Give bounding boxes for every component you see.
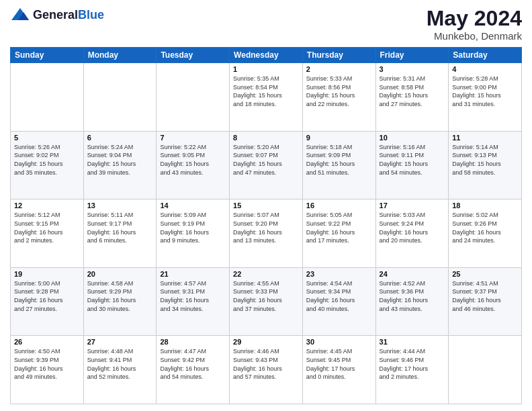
logo-text: GeneralBlue (33, 8, 104, 22)
calendar-cell (157, 63, 230, 132)
calendar-cell: 19Sunrise: 5:00 AM Sunset: 9:28 PM Dayli… (11, 267, 84, 336)
day-info: Sunrise: 5:33 AM Sunset: 8:56 PM Dayligh… (306, 75, 372, 108)
day-info: Sunrise: 4:54 AM Sunset: 9:34 PM Dayligh… (306, 279, 372, 313)
calendar-cell: 28Sunrise: 4:47 AM Sunset: 9:42 PM Dayli… (157, 336, 230, 404)
weekday-header-thursday: Thursday (302, 48, 375, 63)
calendar-cell: 29Sunrise: 4:46 AM Sunset: 9:43 PM Dayli… (230, 336, 303, 404)
calendar-cell: 14Sunrise: 5:09 AM Sunset: 9:19 PM Dayli… (157, 199, 230, 268)
day-number: 24 (380, 270, 445, 278)
calendar-cell: 2Sunrise: 5:33 AM Sunset: 8:56 PM Daylig… (302, 63, 375, 132)
day-info: Sunrise: 4:44 AM Sunset: 9:46 PM Dayligh… (380, 347, 445, 381)
day-info: Sunrise: 5:12 AM Sunset: 9:15 PM Dayligh… (14, 211, 80, 244)
calendar-cell: 26Sunrise: 4:50 AM Sunset: 9:39 PM Dayli… (11, 336, 84, 404)
day-number: 27 (87, 338, 153, 346)
day-info: Sunrise: 4:48 AM Sunset: 9:41 PM Dayligh… (87, 347, 153, 381)
weekday-header-wednesday: Wednesday (230, 48, 303, 63)
day-number: 31 (380, 338, 445, 346)
weekday-header-sunday: Sunday (11, 48, 84, 63)
calendar-cell (449, 336, 522, 404)
day-number: 25 (452, 270, 518, 278)
calendar-cell: 24Sunrise: 4:52 AM Sunset: 9:36 PM Dayli… (375, 267, 449, 336)
day-info: Sunrise: 5:28 AM Sunset: 9:00 PM Dayligh… (452, 75, 518, 108)
day-info: Sunrise: 5:24 AM Sunset: 9:04 PM Dayligh… (87, 143, 153, 177)
day-info: Sunrise: 5:05 AM Sunset: 9:22 PM Dayligh… (306, 211, 372, 244)
weekday-header-monday: Monday (83, 48, 157, 63)
day-number: 6 (87, 134, 153, 142)
day-info: Sunrise: 5:20 AM Sunset: 9:07 PM Dayligh… (233, 143, 299, 177)
calendar-cell: 7Sunrise: 5:22 AM Sunset: 9:05 PM Daylig… (157, 131, 230, 199)
day-number: 4 (452, 65, 518, 73)
calendar-cell: 1Sunrise: 5:35 AM Sunset: 8:54 PM Daylig… (230, 63, 303, 132)
day-info: Sunrise: 4:55 AM Sunset: 9:33 PM Dayligh… (233, 279, 299, 313)
day-info: Sunrise: 4:58 AM Sunset: 9:29 PM Dayligh… (87, 279, 153, 313)
day-info: Sunrise: 5:31 AM Sunset: 8:58 PM Dayligh… (380, 75, 445, 108)
day-info: Sunrise: 5:07 AM Sunset: 9:20 PM Dayligh… (233, 211, 299, 244)
week-row-4: 19Sunrise: 5:00 AM Sunset: 9:28 PM Dayli… (11, 267, 522, 336)
logo: GeneralBlue (10, 7, 104, 23)
day-number: 12 (14, 201, 80, 210)
calendar-cell: 13Sunrise: 5:11 AM Sunset: 9:17 PM Dayli… (83, 199, 157, 268)
day-number: 16 (306, 201, 372, 210)
day-info: Sunrise: 5:18 AM Sunset: 9:09 PM Dayligh… (306, 143, 372, 177)
page: GeneralBlue May 2024 Munkebo, Denmark Su… (0, 0, 532, 411)
day-info: Sunrise: 4:50 AM Sunset: 9:39 PM Dayligh… (14, 347, 80, 381)
weekday-header-tuesday: Tuesday (157, 48, 230, 63)
day-number: 10 (380, 134, 445, 142)
day-number: 1 (233, 65, 299, 73)
day-number: 13 (87, 201, 153, 210)
day-info: Sunrise: 5:02 AM Sunset: 9:26 PM Dayligh… (452, 211, 518, 244)
day-info: Sunrise: 4:51 AM Sunset: 9:37 PM Dayligh… (452, 279, 518, 313)
day-number: 20 (87, 270, 153, 278)
logo-blue: Blue (78, 8, 104, 21)
calendar-cell: 18Sunrise: 5:02 AM Sunset: 9:26 PM Dayli… (449, 199, 522, 268)
day-number: 28 (160, 338, 226, 346)
week-row-5: 26Sunrise: 4:50 AM Sunset: 9:39 PM Dayli… (11, 336, 522, 404)
weekday-header-saturday: Saturday (449, 48, 522, 63)
day-number: 30 (306, 338, 372, 346)
month-title: May 2024 (427, 7, 522, 30)
day-info: Sunrise: 5:11 AM Sunset: 9:17 PM Dayligh… (87, 211, 153, 244)
calendar-cell: 6Sunrise: 5:24 AM Sunset: 9:04 PM Daylig… (83, 131, 157, 199)
calendar-cell: 12Sunrise: 5:12 AM Sunset: 9:15 PM Dayli… (11, 199, 84, 268)
calendar-cell: 16Sunrise: 5:05 AM Sunset: 9:22 PM Dayli… (302, 199, 375, 268)
week-row-3: 12Sunrise: 5:12 AM Sunset: 9:15 PM Dayli… (11, 199, 522, 268)
day-number: 22 (233, 270, 299, 278)
day-info: Sunrise: 4:52 AM Sunset: 9:36 PM Dayligh… (380, 279, 445, 313)
day-info: Sunrise: 5:22 AM Sunset: 9:05 PM Dayligh… (160, 143, 226, 177)
day-number: 5 (14, 134, 80, 142)
calendar-cell (11, 63, 84, 132)
day-info: Sunrise: 4:46 AM Sunset: 9:43 PM Dayligh… (233, 347, 299, 381)
day-number: 9 (306, 134, 372, 142)
weekday-header-row: SundayMondayTuesdayWednesdayThursdayFrid… (11, 48, 522, 63)
calendar-cell: 20Sunrise: 4:58 AM Sunset: 9:29 PM Dayli… (83, 267, 157, 336)
day-number: 14 (160, 201, 226, 210)
day-info: Sunrise: 5:00 AM Sunset: 9:28 PM Dayligh… (14, 279, 80, 313)
day-info: Sunrise: 5:14 AM Sunset: 9:13 PM Dayligh… (452, 143, 518, 177)
calendar-cell: 15Sunrise: 5:07 AM Sunset: 9:20 PM Dayli… (230, 199, 303, 268)
calendar-cell: 31Sunrise: 4:44 AM Sunset: 9:46 PM Dayli… (375, 336, 449, 404)
day-number: 19 (14, 270, 80, 278)
day-info: Sunrise: 5:26 AM Sunset: 9:02 PM Dayligh… (14, 143, 80, 177)
day-info: Sunrise: 5:03 AM Sunset: 9:24 PM Dayligh… (380, 211, 445, 244)
day-number: 21 (160, 270, 226, 278)
title-block: May 2024 Munkebo, Denmark (427, 7, 522, 42)
calendar-cell: 9Sunrise: 5:18 AM Sunset: 9:09 PM Daylig… (302, 131, 375, 199)
calendar-cell: 27Sunrise: 4:48 AM Sunset: 9:41 PM Dayli… (83, 336, 157, 404)
calendar-cell: 3Sunrise: 5:31 AM Sunset: 8:58 PM Daylig… (375, 63, 449, 132)
day-number: 26 (14, 338, 80, 346)
header: GeneralBlue May 2024 Munkebo, Denmark (10, 7, 522, 42)
day-info: Sunrise: 5:09 AM Sunset: 9:19 PM Dayligh… (160, 211, 226, 244)
day-number: 29 (233, 338, 299, 346)
calendar: SundayMondayTuesdayWednesdayThursdayFrid… (10, 47, 522, 404)
calendar-cell: 4Sunrise: 5:28 AM Sunset: 9:00 PM Daylig… (449, 63, 522, 132)
day-info: Sunrise: 4:57 AM Sunset: 9:31 PM Dayligh… (160, 279, 226, 313)
calendar-cell: 11Sunrise: 5:14 AM Sunset: 9:13 PM Dayli… (449, 131, 522, 199)
calendar-cell: 21Sunrise: 4:57 AM Sunset: 9:31 PM Dayli… (157, 267, 230, 336)
day-info: Sunrise: 5:35 AM Sunset: 8:54 PM Dayligh… (233, 75, 299, 108)
calendar-cell: 22Sunrise: 4:55 AM Sunset: 9:33 PM Dayli… (230, 267, 303, 336)
day-info: Sunrise: 4:45 AM Sunset: 9:45 PM Dayligh… (306, 347, 372, 381)
day-number: 7 (160, 134, 226, 142)
weekday-header-friday: Friday (375, 48, 449, 63)
calendar-cell: 8Sunrise: 5:20 AM Sunset: 9:07 PM Daylig… (230, 131, 303, 199)
week-row-2: 5Sunrise: 5:26 AM Sunset: 9:02 PM Daylig… (11, 131, 522, 199)
